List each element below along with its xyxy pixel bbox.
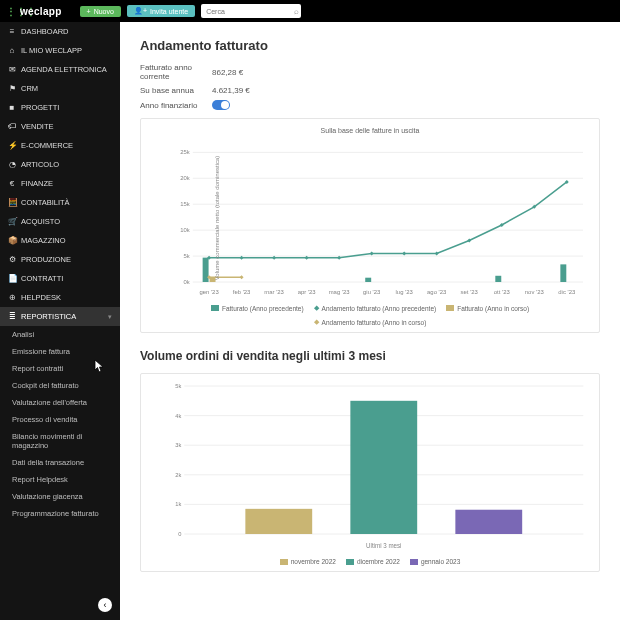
fiscal-year-toggle[interactable] (212, 100, 230, 110)
svg-text:Ultimi 3 mesi: Ultimi 3 mesi (366, 542, 401, 549)
sidebar-item-label: ARTICOLO (21, 160, 59, 169)
svg-text:giu '23: giu '23 (363, 289, 381, 295)
legend-swatch (211, 305, 219, 311)
legend-item[interactable]: novembre 2022 (280, 558, 336, 565)
svg-text:1k: 1k (175, 501, 181, 507)
svg-text:lug '23: lug '23 (396, 289, 414, 295)
legend-label: Fatturato (Anno precedente) (222, 305, 304, 312)
collapse-sidebar-button[interactable]: ‹ (98, 598, 112, 612)
main-content: Andamento fatturato Fatturato anno corre… (120, 22, 620, 620)
legend-item[interactable]: ◆Andamento fatturato (Anno precedente) (314, 304, 437, 312)
chart2-area: 01k2k3k4k5kUltimi 3 mesi (169, 382, 589, 552)
logo-icon: ⋮⋮⋮ (6, 6, 18, 16)
sidebar-sub-report-contratti[interactable]: Report contratti (0, 360, 120, 377)
sidebar-item-label: HELPDESK (21, 293, 61, 302)
svg-text:dic '23: dic '23 (558, 289, 576, 295)
sidebar-icon: 🛒 (8, 217, 16, 226)
legend-item[interactable]: Fatturato (Anno in corso) (446, 304, 529, 312)
svg-text:gen '23: gen '23 (199, 289, 219, 295)
sidebar-icon: ⌂ (8, 46, 16, 55)
svg-text:5k: 5k (175, 383, 181, 389)
logo-text: weclapp (20, 6, 62, 17)
sidebar-sub-processo-di-vendita[interactable]: Processo di vendita (0, 411, 120, 428)
new-button[interactable]: + Nuovo (80, 6, 121, 17)
sidebar-item-label: AGENDA ELETTRONICA (21, 65, 107, 74)
sidebar-sub-bilancio-movimenti-di-magazzino[interactable]: Bilancio movimenti di magazzino (0, 428, 120, 454)
legend-label: novembre 2022 (291, 558, 336, 565)
sidebar-sub-valutazione-giacenza[interactable]: Valutazione giacenza (0, 488, 120, 505)
legend-swatch (446, 305, 454, 311)
sidebar-item-magazzino[interactable]: 📦MAGAZZINO (0, 231, 120, 250)
search-input[interactable] (206, 8, 294, 15)
sidebar-item-contratti[interactable]: 📄CONTRATTI (0, 269, 120, 288)
chart1-ylabel: Volume commerciale netto (totale domines… (214, 156, 220, 281)
sidebar-sub-analisi[interactable]: Analisi (0, 326, 120, 343)
sidebar-item-progetti[interactable]: ■PROGETTI (0, 98, 120, 117)
sidebar-icon: 📦 (8, 236, 16, 245)
sidebar-item-helpdesk[interactable]: ⊕HELPDESK (0, 288, 120, 307)
current-year-label: Fatturato anno corrente (140, 63, 212, 81)
sidebar-icon: 🧮 (8, 198, 16, 207)
search-input-wrap[interactable]: ⌕ (201, 4, 301, 18)
sidebar-item-dashboard[interactable]: ≡DASHBOARD (0, 22, 120, 41)
sidebar-sub-valutazione-dell-offerta[interactable]: Valutazione dell'offerta (0, 394, 120, 411)
sidebar-item-articolo[interactable]: ◔ARTICOLO (0, 155, 120, 174)
sidebar-item-acquisto[interactable]: 🛒ACQUISTO (0, 212, 120, 231)
svg-text:3k: 3k (175, 442, 181, 448)
legend-item[interactable]: dicembre 2022 (346, 558, 400, 565)
page-title: Andamento fatturato (140, 38, 600, 53)
sidebar-sub-programmazione-fatturato[interactable]: Programmazione fatturato (0, 505, 120, 522)
legend-label: Fatturato (Anno in corso) (457, 305, 529, 312)
legend-label: Andamento fatturato (Anno precedente) (322, 305, 437, 312)
legend-item[interactable]: ◆Andamento fatturato (Anno in corso) (314, 318, 427, 326)
sidebar-item-label: IL MIO WECLAPP (21, 46, 82, 55)
sidebar-item-label: CONTABILITÀ (21, 198, 70, 207)
legend-swatch (410, 559, 418, 565)
svg-text:feb '23: feb '23 (233, 289, 251, 295)
chart1-legend: Fatturato (Anno precedente)◆Andamento fa… (151, 304, 589, 326)
svg-text:0k: 0k (184, 279, 190, 285)
sidebar-icon: ■ (8, 103, 16, 112)
sidebar-sub-emissione-fattura[interactable]: Emissione fattura (0, 343, 120, 360)
svg-text:10k: 10k (180, 227, 190, 233)
legend-label: Andamento fatturato (Anno in corso) (322, 319, 427, 326)
revenue-chart-card: Sulla base delle fatture in uscita Volum… (140, 118, 600, 333)
legend-item[interactable]: gennaio 2023 (410, 558, 460, 565)
sidebar-icon: ◔ (8, 160, 16, 169)
sidebar-sub-dati-della-transazione[interactable]: Dati della transazione (0, 454, 120, 471)
sidebar-item-vendite[interactable]: 🏷VENDITE (0, 117, 120, 136)
svg-text:25k: 25k (180, 149, 190, 155)
sidebar-sub-cockpit-del-fatturato[interactable]: Cockpit del fatturato (0, 377, 120, 394)
invite-user-button[interactable]: 👤+ Invita utente (127, 5, 195, 17)
sidebar-icon: ✉ (8, 65, 16, 74)
chart1-area: Volume commerciale netto (totale domines… (173, 138, 589, 298)
sidebar: ≡DASHBOARD⌂IL MIO WECLAPP✉AGENDA ELETTRO… (0, 22, 120, 620)
sidebar-item-label: CRM (21, 84, 38, 93)
sidebar-item-finanze[interactable]: €FINANZE (0, 174, 120, 193)
sidebar-item-label: PRODUZIONE (21, 255, 71, 264)
sidebar-item-agenda-elettronica[interactable]: ✉AGENDA ELETTRONICA (0, 60, 120, 79)
annual-label: Su base annua (140, 86, 212, 95)
sidebar-icon: ⚑ (8, 84, 16, 93)
logo[interactable]: ⋮⋮⋮ weclapp (6, 6, 62, 17)
legend-item[interactable]: Fatturato (Anno precedente) (211, 304, 304, 312)
sidebar-item-e-commerce[interactable]: ⚡E-COMMERCE (0, 136, 120, 155)
sidebar-item-reportistica[interactable]: ≣REPORTISTICA▾ (0, 307, 120, 326)
svg-text:15k: 15k (180, 201, 190, 207)
svg-text:5k: 5k (184, 253, 190, 259)
sidebar-item-label: VENDITE (21, 122, 54, 131)
sidebar-item-il-mio-weclapp[interactable]: ⌂IL MIO WECLAPP (0, 41, 120, 60)
sidebar-item-contabilità[interactable]: 🧮CONTABILITÀ (0, 193, 120, 212)
sidebar-item-label: ACQUISTO (21, 217, 60, 226)
svg-rect-42 (350, 401, 417, 534)
sidebar-icon: 🏷 (8, 122, 16, 131)
sidebar-item-produzione[interactable]: ⚙PRODUZIONE (0, 250, 120, 269)
legend-swatch: ◆ (314, 304, 319, 312)
svg-text:apr '23: apr '23 (298, 289, 317, 295)
sidebar-item-crm[interactable]: ⚑CRM (0, 79, 120, 98)
annual-value: 4.621,39 € (212, 86, 250, 95)
svg-text:ott '23: ott '23 (494, 289, 511, 295)
sidebar-sub-report-helpdesk[interactable]: Report Helpdesk (0, 471, 120, 488)
legend-label: dicembre 2022 (357, 558, 400, 565)
sidebar-icon: ⚙ (8, 255, 16, 264)
